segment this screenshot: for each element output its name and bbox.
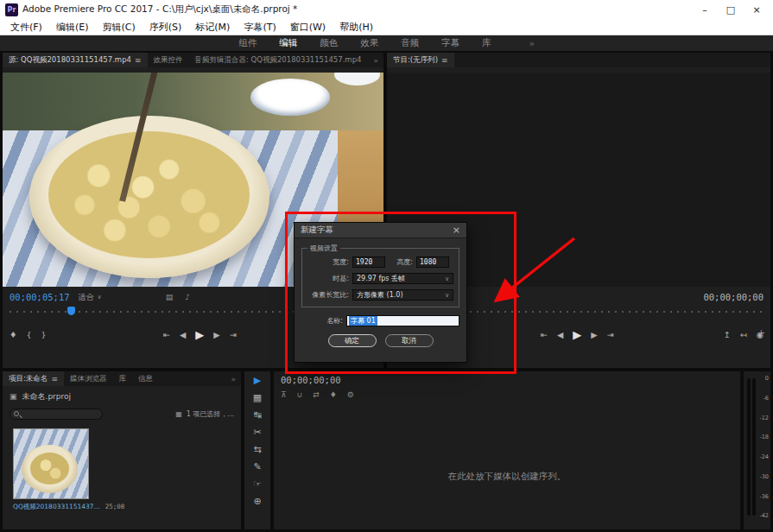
soup-graphic — [48, 131, 250, 258]
tab-source-monitor[interactable]: 源: QQ视频20180331151457.mp4 ≡ — [3, 53, 148, 67]
menu-sequence[interactable]: 序列(S) — [143, 21, 189, 34]
thumb-soup-graphic — [30, 453, 69, 484]
menu-edit[interactable]: 编辑(E) — [49, 21, 96, 34]
add-marker-icon[interactable]: ♦ — [10, 330, 17, 339]
panel-overflow-icon[interactable]: » — [368, 56, 383, 65]
tab-media-browser[interactable]: 媒体浏览器 — [64, 371, 113, 386]
program-panel-tabs: 节目:(无序列) ≡ — [387, 53, 770, 67]
meter-tick: 0 — [765, 376, 769, 382]
step-back-icon[interactable]: ◀ — [180, 330, 186, 339]
menu-clip[interactable]: 剪辑(C) — [95, 21, 142, 34]
menu-bar: 文件(F) 编辑(E) 剪辑(C) 序列(S) 标记(M) 字幕(T) 窗口(W… — [0, 19, 773, 35]
tools-panel: ▶ ▦ ↹ ✂ ⇆ ✎ ☞ ⊕ — [244, 371, 270, 529]
panel-menu-icon[interactable]: ≡ — [51, 375, 58, 383]
go-to-out-icon[interactable]: ⇥ — [607, 330, 614, 339]
go-to-in-icon[interactable]: ⇤ — [541, 330, 548, 339]
go-to-in-icon[interactable]: ⇤ — [163, 330, 170, 339]
source-playhead[interactable] — [67, 307, 75, 315]
step-forward-icon[interactable]: ▶ — [213, 330, 219, 339]
window-title: Adobe Premiere Pro CC 2017 - C:\用户\cjx\桌… — [22, 3, 692, 16]
tab-audio-clip-mixer[interactable]: 音频剪辑混合器: QQ视频20180331151457.mp4 — [189, 53, 368, 67]
menu-file[interactable]: 文件(F) — [3, 21, 49, 34]
dialog-close-icon[interactable]: × — [453, 225, 460, 236]
close-button[interactable]: × — [744, 0, 770, 19]
ok-button[interactable]: 确定 — [328, 334, 377, 347]
hand-tool[interactable]: ☞ — [253, 479, 262, 489]
timebase-select[interactable]: 29.97 fps 丢帧 ∨ — [352, 273, 453, 284]
timebase-value: 29.97 fps 丢帧 — [357, 274, 405, 283]
workspace-tab-libraries[interactable]: 库 — [482, 37, 491, 49]
menu-markers[interactable]: 标记(M) — [188, 21, 237, 34]
panel-menu-icon[interactable]: ≡ — [441, 56, 448, 65]
search-icon — [14, 411, 19, 416]
slip-tool[interactable]: ⇆ — [253, 445, 261, 454]
add-marker-icon[interactable]: ♦ — [330, 390, 337, 399]
button-editor-icon[interactable]: + — [757, 327, 765, 339]
mark-in-icon[interactable]: { — [27, 330, 32, 339]
snap-icon[interactable]: ∪ — [297, 390, 303, 399]
extract-icon[interactable]: ↤ — [740, 330, 747, 339]
play-icon[interactable]: ▶ — [573, 328, 581, 341]
meter-tick: -12 — [759, 415, 769, 421]
name-input[interactable]: 字幕 01 — [346, 315, 459, 326]
clip-name[interactable]: QQ视频20180331151437... — [13, 503, 100, 511]
tab-libraries[interactable]: 库 — [112, 371, 132, 386]
step-back-icon[interactable]: ◀ — [557, 330, 563, 339]
workspace-overflow-icon[interactable]: » — [529, 39, 535, 48]
tab-effect-controls[interactable]: 效果控件 — [148, 53, 189, 67]
minimize-button[interactable]: – — [692, 0, 718, 19]
tab-program-monitor[interactable]: 节目:(无序列) ≡ — [387, 53, 454, 67]
razor-tool[interactable]: ✂ — [253, 428, 261, 437]
selection-status: 1 项已选择，... — [187, 409, 234, 419]
list-view-icon[interactable]: ▦ — [175, 410, 182, 418]
cancel-button[interactable]: 取消 — [385, 334, 434, 347]
selection-status-group: ▦ 1 项已选择，... — [175, 409, 234, 419]
project-file-row[interactable]: ▣ 未命名.prproj — [3, 389, 241, 404]
zoom-level-select[interactable]: 适合 ∨ — [79, 292, 102, 303]
selection-tool[interactable]: ▶ — [254, 376, 261, 385]
tab-info[interactable]: 信息 — [132, 371, 159, 386]
track-select-tool[interactable]: ▦ — [253, 393, 262, 402]
tab-project[interactable]: 项目:未命名 ≡ — [3, 371, 64, 386]
workspace-tab-effects[interactable]: 效果 — [360, 37, 378, 49]
pixel-aspect-select[interactable]: 方形像素 (1.0) ∨ — [352, 289, 453, 301]
drag-video-only-icon[interactable]: ▤ — [166, 293, 174, 301]
workspace-tab-audio[interactable]: 音频 — [401, 37, 419, 49]
menu-window[interactable]: 窗口(W) — [283, 21, 333, 34]
timeline-panel: 00;00;00;00 ⊼ ∪ ⇄ ♦ ⚙ 在此处放下媒体以创建序列。 — [274, 371, 740, 529]
linked-selection-icon[interactable]: ⇄ — [313, 390, 320, 399]
play-icon[interactable]: ▶ — [195, 328, 204, 341]
timeline-drop-zone[interactable]: 在此处放下媒体以创建序列。 — [274, 423, 740, 529]
lift-icon[interactable]: ↥ — [724, 330, 731, 339]
meter-tick: -24 — [759, 454, 769, 460]
menu-help[interactable]: 帮助(H) — [333, 21, 380, 34]
workspace-tab-titles[interactable]: 字幕 — [441, 37, 459, 49]
source-panel-tabs: 源: QQ视频20180331151457.mp4 ≡ 效果控件 音频剪辑混合器… — [3, 53, 383, 67]
workspace-tab-editing[interactable]: 编辑 — [279, 37, 297, 49]
workspace-tab-color[interactable]: 颜色 — [320, 37, 338, 49]
go-to-out-icon[interactable]: ⇥ — [230, 330, 237, 339]
clip-item[interactable]: QQ视频20180331151437... 25;08 — [13, 428, 125, 511]
tab-project-label: 项目:未命名 — [9, 374, 48, 384]
clip-thumbnail[interactable] — [13, 428, 89, 499]
panel-menu-icon[interactable]: ≡ — [135, 56, 142, 65]
workspace-tab-assembly[interactable]: 组件 — [238, 37, 257, 49]
search-input[interactable] — [10, 408, 103, 420]
width-input[interactable]: 1920 — [352, 256, 385, 268]
maximize-button[interactable]: □ — [718, 0, 744, 19]
drag-audio-only-icon[interactable]: ♪ — [185, 293, 190, 301]
audio-meter-panel: 0 -6 -12 -18 -24 -30 -36 -42 — [744, 371, 770, 529]
zoom-tool[interactable]: ⊕ — [253, 497, 261, 506]
ripple-edit-tool[interactable]: ↹ — [253, 410, 261, 420]
pen-tool[interactable]: ✎ — [253, 462, 261, 472]
nest-icon[interactable]: ⊼ — [281, 390, 287, 399]
drag-icons: ▤ ♪ — [166, 293, 190, 301]
timeline-settings-icon[interactable]: ⚙ — [347, 390, 354, 399]
dialog-titlebar[interactable]: 新建字幕 × — [295, 223, 466, 238]
height-input[interactable]: 1080 — [416, 256, 449, 268]
audio-meter-right-channel — [752, 378, 756, 516]
name-row: 名称: 字幕 01 — [301, 315, 459, 326]
panel-overflow-icon[interactable]: » — [225, 375, 241, 383]
step-forward-icon[interactable]: ▶ — [591, 330, 597, 339]
menu-title[interactable]: 字幕(T) — [237, 21, 282, 34]
